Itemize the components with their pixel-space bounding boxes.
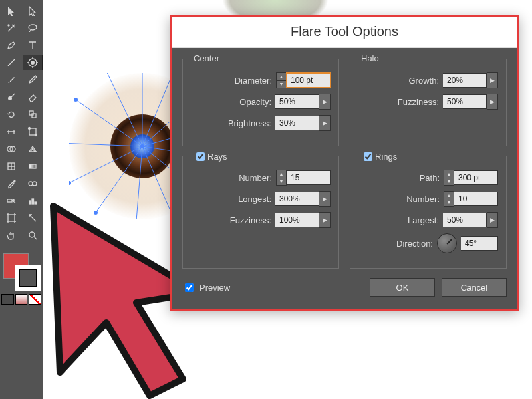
tool-gradient[interactable] <box>23 158 43 174</box>
column-graph-icon <box>27 196 38 206</box>
tool-selection[interactable] <box>1 3 21 19</box>
opacity-flyout[interactable]: ▶ <box>319 94 331 110</box>
svg-point-28 <box>31 61 35 65</box>
tool-slice[interactable] <box>23 210 43 226</box>
svg-rect-31 <box>29 111 33 115</box>
halo-fuzziness-flyout[interactable]: ▶ <box>487 94 498 110</box>
rings-legend: Rings <box>375 152 397 162</box>
line-segment-icon <box>6 57 17 68</box>
direction-dial[interactable] <box>437 233 457 253</box>
rays-checkbox[interactable] <box>196 152 205 161</box>
center-group: Center Diameter: ▲▼ 100 pt Opacity: 50% … <box>182 59 339 146</box>
stroke-swatch[interactable] <box>15 265 41 291</box>
rings-number-label: Number: <box>358 194 440 204</box>
tool-line-segment[interactable] <box>1 55 21 70</box>
tool-type[interactable] <box>23 37 43 53</box>
tool-pen[interactable] <box>1 37 21 53</box>
tool-symbol-sprayer[interactable] <box>1 193 21 209</box>
tool-width[interactable] <box>1 124 21 140</box>
longest-field[interactable]: 300% <box>275 192 319 206</box>
svg-rect-46 <box>8 215 15 221</box>
preview-checkbox[interactable] <box>185 283 194 292</box>
cancel-button[interactable]: Cancel <box>442 278 507 297</box>
largest-label: Largest: <box>358 215 439 225</box>
diameter-stepper[interactable]: ▲▼ <box>276 72 287 88</box>
center-legend: Center <box>190 53 223 63</box>
tool-lasso[interactable] <box>23 20 43 36</box>
svg-point-24 <box>74 98 78 102</box>
symbol-sprayer-icon <box>6 196 17 206</box>
tool-artboard[interactable] <box>1 210 21 226</box>
path-label: Path: <box>358 173 440 183</box>
svg-rect-43 <box>29 201 31 204</box>
rays-number-stepper[interactable]: ▲▼ <box>276 170 287 186</box>
rings-number-field[interactable]: 10 <box>454 192 498 206</box>
type-icon <box>27 40 38 51</box>
diameter-field[interactable]: 100 pt <box>287 73 331 88</box>
growth-label: Growth: <box>358 76 439 86</box>
color-mode-none[interactable] <box>29 294 41 305</box>
direction-field[interactable]: 45° <box>461 236 498 251</box>
rays-number-label: Number: <box>191 173 272 183</box>
tool-magic-wand[interactable] <box>1 20 21 36</box>
path-field[interactable]: 300 pt <box>454 170 498 185</box>
eraser-icon <box>27 92 38 102</box>
hand-icon <box>6 230 17 241</box>
zoom-icon <box>27 230 38 241</box>
halo-fuzziness-field[interactable]: 50% <box>443 94 487 109</box>
pen-icon <box>6 40 17 51</box>
ok-button[interactable]: OK <box>370 278 435 297</box>
svg-rect-32 <box>32 114 36 118</box>
free-transform-icon <box>27 126 38 137</box>
tool-eyedropper[interactable] <box>1 176 21 192</box>
lasso-icon <box>27 23 38 33</box>
rays-fuzziness-flyout[interactable]: ▶ <box>319 212 331 228</box>
rings-group: Rings Path: ▲▼ 300 pt Number: ▲▼ 10 <box>350 156 507 269</box>
tool-free-transform[interactable] <box>23 124 43 140</box>
tool-column-graph[interactable] <box>23 193 43 209</box>
halo-legend: Halo <box>357 53 383 63</box>
preview-label: Preview <box>200 283 230 293</box>
tool-rotate[interactable] <box>1 106 21 122</box>
dialog-title: Flare Tool Options <box>172 17 517 48</box>
largest-field[interactable]: 50% <box>443 213 487 227</box>
brightness-field[interactable]: 30% <box>275 116 319 130</box>
tool-shape-builder[interactable] <box>1 141 21 157</box>
svg-rect-42 <box>7 200 12 202</box>
tool-flare[interactable] <box>23 55 43 70</box>
tool-blend[interactable] <box>23 176 43 192</box>
tool-perspective-grid[interactable] <box>23 141 43 157</box>
tool-direct-selection[interactable] <box>23 3 43 19</box>
brightness-flyout[interactable]: ▶ <box>319 115 331 131</box>
color-swatches[interactable] <box>0 251 43 291</box>
growth-flyout[interactable]: ▶ <box>487 72 498 88</box>
svg-point-41 <box>33 182 37 186</box>
tool-pencil[interactable] <box>23 72 43 88</box>
tool-zoom[interactable] <box>23 227 43 243</box>
flare-icon <box>27 57 38 68</box>
rings-number-stepper[interactable]: ▲▼ <box>444 191 454 207</box>
rings-checkbox[interactable] <box>364 152 372 161</box>
opacity-field[interactable]: 50% <box>275 94 319 109</box>
tool-scale[interactable] <box>23 106 43 122</box>
tool-eraser[interactable] <box>23 89 43 105</box>
svg-rect-39 <box>29 164 36 168</box>
longest-flyout[interactable]: ▶ <box>319 191 331 207</box>
color-mode-solid[interactable] <box>1 294 14 305</box>
gradient-icon <box>27 161 38 172</box>
selection-icon <box>6 5 17 16</box>
rays-fuzziness-label: Fuzziness: <box>191 215 271 225</box>
rotate-icon <box>6 109 17 120</box>
tool-paintbrush[interactable] <box>1 72 21 88</box>
path-stepper[interactable]: ▲▼ <box>444 170 454 186</box>
color-mode-gradient[interactable] <box>15 294 28 305</box>
rays-fuzziness-field[interactable]: 100% <box>275 213 319 227</box>
tool-mesh[interactable] <box>1 158 21 174</box>
artboard-icon <box>6 213 17 223</box>
rays-number-field[interactable]: 15 <box>287 170 331 185</box>
tool-hand[interactable] <box>1 227 21 243</box>
growth-field[interactable]: 20% <box>443 73 487 88</box>
tool-blob-brush[interactable] <box>1 89 21 105</box>
paintbrush-icon <box>6 74 17 85</box>
largest-flyout[interactable]: ▶ <box>487 212 498 228</box>
